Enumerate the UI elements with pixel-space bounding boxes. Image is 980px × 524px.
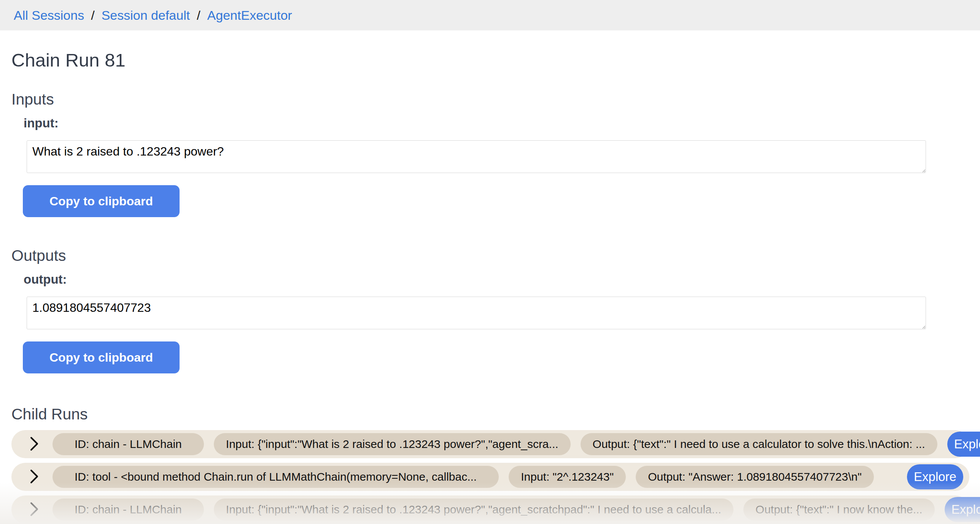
chevron-right-icon (29, 502, 40, 518)
copy-output-button[interactable]: Copy to clipboard (23, 341, 180, 373)
inputs-section: Inputs input: What is 2 raised to .12324… (11, 91, 969, 217)
page-title: Chain Run 81 (11, 49, 969, 71)
run-id-badge: ID: chain - LLMChain (52, 499, 204, 521)
child-run-row: ID: chain - LLMChain Input: {"input":"Wh… (11, 430, 969, 458)
run-input-badge: Input: {"input":"What is 2 raised to .12… (214, 433, 571, 455)
chevron-right-icon (29, 436, 40, 453)
run-id-badge: ID: tool - <bound method Chain.run of LL… (52, 466, 499, 488)
run-input-badge: Input: "2^.123243" (509, 466, 626, 488)
breadcrumb-link-agent-executor[interactable]: AgentExecutor (207, 8, 292, 23)
breadcrumb-separator: / (197, 8, 200, 23)
inputs-heading: Inputs (11, 91, 969, 108)
run-id-badge: ID: chain - LLMChain (52, 433, 204, 455)
run-output-badge: Output: {"text":" I need to use a calcul… (581, 433, 937, 455)
explore-run-button[interactable]: Explore (945, 497, 980, 522)
expand-run-button[interactable] (26, 436, 43, 453)
child-runs-section: Child Runs ID: chain - LLMChain Input: {… (11, 405, 969, 524)
copy-input-button[interactable]: Copy to clipboard (23, 185, 180, 217)
run-output-badge: Output: {"text":" I now know the... (743, 499, 935, 521)
outputs-section: Outputs output: 1.0891804557407723 Copy … (11, 247, 969, 373)
output-field-label: output: (24, 272, 969, 287)
run-output-badge: Output: "Answer: 1.0891804557407723\n" (636, 466, 874, 488)
run-input-badge: Input: {"input":"What is 2 raised to .12… (214, 499, 733, 521)
breadcrumb-link-session-default[interactable]: Session default (102, 8, 190, 23)
outputs-heading: Outputs (11, 247, 969, 265)
explore-run-button[interactable]: Explore (947, 432, 980, 457)
output-value-textarea[interactable]: 1.0891804557407723 (27, 297, 926, 329)
input-value-textarea[interactable]: What is 2 raised to .123243 power? (27, 140, 926, 173)
explore-run-button[interactable]: Explore (907, 464, 963, 489)
breadcrumb-separator: / (91, 8, 94, 23)
expand-run-button[interactable] (26, 468, 43, 485)
child-run-row: ID: tool - <bound method Chain.run of LL… (11, 463, 969, 491)
child-runs-heading: Child Runs (11, 405, 969, 423)
expand-run-button[interactable] (26, 501, 43, 518)
breadcrumb-link-all-sessions[interactable]: All Sessions (14, 8, 84, 23)
child-run-row: ID: chain - LLMChain Input: {"input":"Wh… (11, 495, 969, 524)
chevron-right-icon (29, 469, 40, 485)
input-field-label: input: (24, 116, 969, 130)
chain-run-detail: Chain Run 81 Inputs input: What is 2 rai… (0, 49, 980, 524)
breadcrumb: All Sessions / Session default / AgentEx… (0, 0, 980, 30)
